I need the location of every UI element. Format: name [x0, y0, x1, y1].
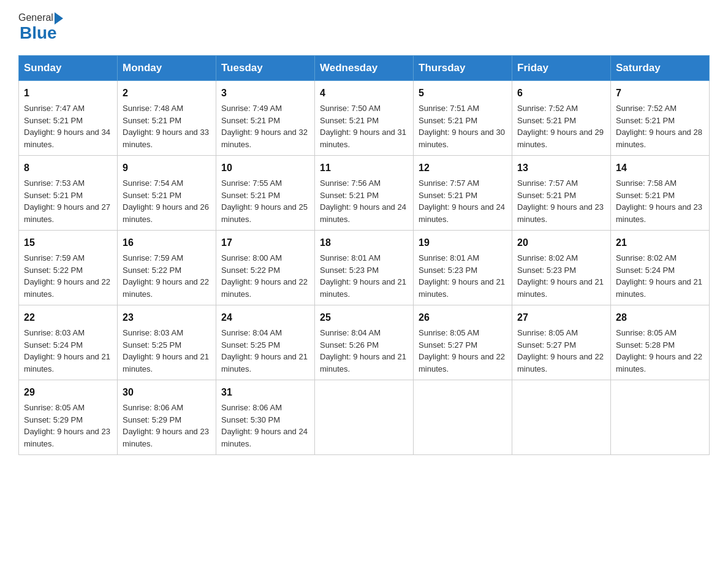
day-sunset: Sunset: 5:26 PM	[320, 340, 379, 350]
calendar-cell: 5Sunrise: 7:51 AMSunset: 5:21 PMDaylight…	[414, 81, 512, 156]
day-number: 8	[24, 161, 112, 175]
day-sunrise: Sunrise: 7:53 AM	[24, 178, 85, 188]
day-sunset: Sunset: 5:21 PM	[24, 191, 83, 200]
page-header: General Blue	[18, 12, 710, 43]
day-number: 6	[517, 86, 605, 101]
day-daylight: Daylight: 9 hours and 30 minutes.	[419, 128, 505, 149]
day-sunrise: Sunrise: 8:01 AM	[419, 253, 479, 262]
calendar-cell: 21Sunrise: 8:02 AMSunset: 5:24 PMDayligh…	[611, 231, 710, 305]
day-sunrise: Sunrise: 7:50 AM	[320, 104, 381, 113]
day-sunrise: Sunrise: 7:47 AM	[24, 104, 85, 113]
day-number: 10	[221, 161, 309, 175]
day-daylight: Daylight: 9 hours and 22 minutes.	[24, 277, 110, 299]
day-sunrise: Sunrise: 8:05 AM	[517, 328, 578, 337]
day-number: 9	[123, 161, 211, 175]
calendar-cell: 16Sunrise: 7:59 AMSunset: 5:22 PMDayligh…	[118, 231, 216, 305]
day-daylight: Daylight: 9 hours and 29 minutes.	[517, 128, 604, 149]
day-sunset: Sunset: 5:22 PM	[24, 266, 83, 275]
day-sunset: Sunset: 5:21 PM	[419, 191, 477, 200]
calendar-cell: 17Sunrise: 8:00 AMSunset: 5:22 PMDayligh…	[216, 231, 315, 305]
day-sunrise: Sunrise: 8:05 AM	[419, 328, 479, 337]
day-sunset: Sunset: 5:21 PM	[24, 116, 83, 125]
day-sunset: Sunset: 5:21 PM	[419, 116, 477, 125]
day-sunset: Sunset: 5:21 PM	[320, 191, 379, 200]
calendar-cell	[414, 380, 512, 455]
calendar-cell: 19Sunrise: 8:01 AMSunset: 5:23 PMDayligh…	[414, 231, 512, 305]
day-sunrise: Sunrise: 7:57 AM	[517, 178, 578, 188]
day-sunset: Sunset: 5:21 PM	[123, 191, 181, 200]
day-number: 5	[419, 86, 507, 101]
day-number: 15	[24, 236, 112, 250]
day-daylight: Daylight: 9 hours and 25 minutes.	[221, 202, 308, 224]
calendar-cell	[512, 380, 611, 455]
day-daylight: Daylight: 9 hours and 24 minutes.	[320, 202, 406, 224]
calendar-cell: 25Sunrise: 8:04 AMSunset: 5:26 PMDayligh…	[315, 305, 414, 380]
day-sunrise: Sunrise: 7:48 AM	[123, 104, 183, 113]
day-number: 26	[419, 310, 507, 325]
day-number: 16	[123, 236, 211, 250]
calendar-cell: 10Sunrise: 7:55 AMSunset: 5:21 PMDayligh…	[216, 156, 315, 231]
day-daylight: Daylight: 9 hours and 31 minutes.	[320, 128, 406, 149]
day-number: 3	[221, 86, 309, 101]
day-daylight: Daylight: 9 hours and 21 minutes.	[221, 352, 308, 373]
day-sunrise: Sunrise: 7:52 AM	[517, 104, 578, 113]
calendar-cell: 22Sunrise: 8:03 AMSunset: 5:24 PMDayligh…	[19, 305, 118, 380]
calendar-cell: 30Sunrise: 8:06 AMSunset: 5:29 PMDayligh…	[118, 380, 216, 455]
day-sunrise: Sunrise: 8:05 AM	[616, 328, 677, 337]
calendar-week-row: 22Sunrise: 8:03 AMSunset: 5:24 PMDayligh…	[19, 305, 710, 380]
day-sunset: Sunset: 5:24 PM	[24, 340, 83, 350]
calendar-cell: 1Sunrise: 7:47 AMSunset: 5:21 PMDaylight…	[19, 81, 118, 156]
logo: General Blue	[18, 12, 63, 43]
calendar-cell: 3Sunrise: 7:49 AMSunset: 5:21 PMDaylight…	[216, 81, 315, 156]
day-daylight: Daylight: 9 hours and 32 minutes.	[221, 128, 308, 149]
day-sunset: Sunset: 5:29 PM	[24, 415, 83, 424]
day-number: 13	[517, 161, 605, 175]
day-daylight: Daylight: 9 hours and 28 minutes.	[616, 128, 702, 149]
calendar-cell: 7Sunrise: 7:52 AMSunset: 5:21 PMDaylight…	[611, 81, 710, 156]
day-sunrise: Sunrise: 8:06 AM	[123, 403, 183, 412]
day-daylight: Daylight: 9 hours and 24 minutes.	[221, 427, 308, 448]
day-number: 19	[419, 236, 507, 250]
day-sunrise: Sunrise: 8:04 AM	[320, 328, 381, 337]
day-sunrise: Sunrise: 8:03 AM	[24, 328, 85, 337]
day-daylight: Daylight: 9 hours and 24 minutes.	[419, 202, 505, 224]
day-number: 24	[221, 310, 309, 325]
day-sunset: Sunset: 5:28 PM	[616, 340, 675, 350]
day-number: 20	[517, 236, 605, 250]
calendar-cell: 8Sunrise: 7:53 AMSunset: 5:21 PMDaylight…	[19, 156, 118, 231]
calendar-cell: 2Sunrise: 7:48 AMSunset: 5:21 PMDaylight…	[118, 81, 216, 156]
day-daylight: Daylight: 9 hours and 22 minutes.	[123, 277, 209, 299]
day-sunset: Sunset: 5:25 PM	[123, 340, 181, 350]
day-daylight: Daylight: 9 hours and 21 minutes.	[419, 277, 505, 299]
day-daylight: Daylight: 9 hours and 21 minutes.	[123, 352, 209, 373]
day-sunrise: Sunrise: 8:03 AM	[123, 328, 183, 337]
day-sunset: Sunset: 5:23 PM	[517, 266, 576, 275]
day-sunrise: Sunrise: 7:52 AM	[616, 104, 677, 113]
day-sunrise: Sunrise: 7:58 AM	[616, 178, 677, 188]
day-sunset: Sunset: 5:21 PM	[616, 116, 675, 125]
calendar-cell: 28Sunrise: 8:05 AMSunset: 5:28 PMDayligh…	[611, 305, 710, 380]
day-sunrise: Sunrise: 7:54 AM	[123, 178, 183, 188]
day-sunset: Sunset: 5:30 PM	[221, 415, 280, 424]
day-daylight: Daylight: 9 hours and 23 minutes.	[123, 427, 209, 448]
day-sunrise: Sunrise: 8:05 AM	[24, 403, 85, 412]
day-daylight: Daylight: 9 hours and 21 minutes.	[24, 352, 110, 373]
day-daylight: Daylight: 9 hours and 21 minutes.	[616, 277, 702, 299]
calendar-cell: 15Sunrise: 7:59 AMSunset: 5:22 PMDayligh…	[19, 231, 118, 305]
day-daylight: Daylight: 9 hours and 21 minutes.	[320, 352, 406, 373]
weekday-header-saturday: Saturday	[611, 56, 710, 81]
day-number: 25	[320, 310, 408, 325]
day-sunset: Sunset: 5:22 PM	[123, 266, 181, 275]
day-sunrise: Sunrise: 8:01 AM	[320, 253, 381, 262]
day-daylight: Daylight: 9 hours and 21 minutes.	[320, 277, 406, 299]
day-number: 7	[616, 86, 704, 101]
day-sunset: Sunset: 5:25 PM	[221, 340, 280, 350]
day-number: 29	[24, 385, 112, 400]
day-sunset: Sunset: 5:29 PM	[123, 415, 181, 424]
calendar-header-row: SundayMondayTuesdayWednesdayThursdayFrid…	[19, 56, 710, 81]
calendar-cell: 26Sunrise: 8:05 AMSunset: 5:27 PMDayligh…	[414, 305, 512, 380]
day-sunrise: Sunrise: 8:02 AM	[517, 253, 578, 262]
day-number: 1	[24, 86, 112, 101]
day-daylight: Daylight: 9 hours and 26 minutes.	[123, 202, 209, 224]
day-sunset: Sunset: 5:21 PM	[123, 116, 181, 125]
